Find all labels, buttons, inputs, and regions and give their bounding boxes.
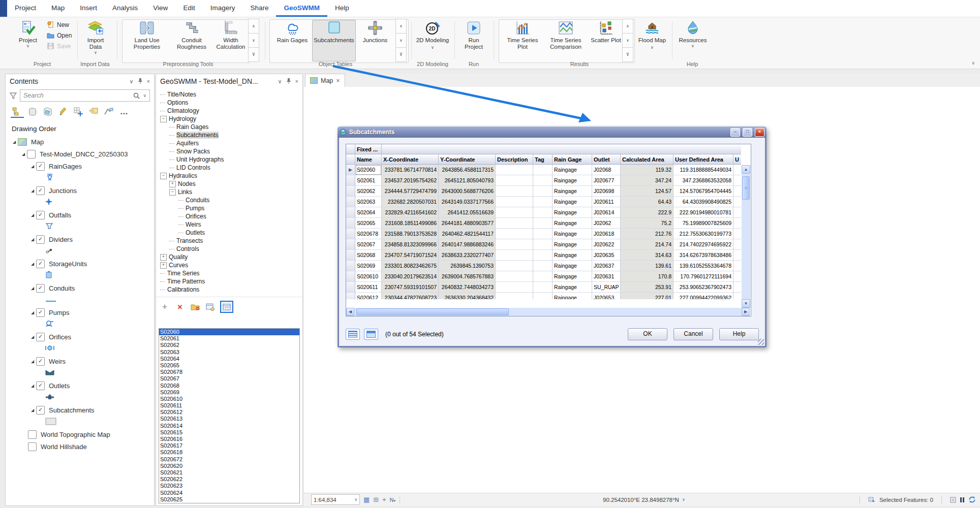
cell[interactable]: [533, 271, 553, 282]
cell[interactable]: 347.2368863532058: [673, 175, 733, 186]
raingage-symbol[interactable]: [45, 174, 54, 183]
delete-object-icon[interactable]: ✕: [174, 302, 186, 312]
cell[interactable]: Raingage: [553, 229, 592, 239]
menu-tab-share[interactable]: Share: [242, 0, 276, 17]
tree-item-weirs[interactable]: ◢✓Weirs: [6, 355, 154, 367]
layer-checkbox[interactable]: ✓: [36, 406, 45, 415]
list-item[interactable]: S020678: [159, 369, 299, 375]
cell[interactable]: 253.91: [621, 282, 673, 293]
list-item[interactable]: S020620: [159, 463, 299, 469]
cell[interactable]: 230344.47827608723: [382, 293, 439, 299]
map-scale-select[interactable]: 1:64,834 ∨: [311, 494, 360, 505]
row-selector-cell[interactable]: [346, 218, 355, 229]
layer-checkbox[interactable]: [28, 430, 37, 439]
cell[interactable]: [533, 282, 553, 293]
cell[interactable]: 234444.57729474799: [382, 186, 439, 197]
expand-icon[interactable]: +: [160, 262, 167, 269]
cell[interactable]: [533, 186, 553, 197]
list-item[interactable]: S02067: [159, 375, 299, 382]
table-row[interactable]: S02061234537.201957542622645121.80504079…: [346, 175, 741, 186]
column-header-calculated-area[interactable]: Calculated Area: [621, 154, 673, 165]
row-selector-cell[interactable]: [346, 239, 355, 250]
cell[interactable]: 233781.96714770814: [382, 165, 439, 175]
cell[interactable]: 139.61: [621, 261, 673, 271]
cell[interactable]: Raingage: [553, 282, 592, 293]
vertical-scrollbar[interactable]: ▲ ▼: [742, 165, 750, 308]
row-selector-cell[interactable]: ▶: [346, 165, 355, 175]
collapse-icon[interactable]: −: [160, 173, 167, 179]
expander-icon[interactable]: ◢: [11, 140, 18, 144]
model-tree-item-subcatchments[interactable]: Subcatchments: [156, 131, 302, 139]
help-button[interactable]: Help: [719, 328, 759, 340]
model-tree-item-hydrology[interactable]: −Hydrology: [156, 115, 302, 123]
row-selector-cell[interactable]: [346, 293, 355, 299]
expander-icon[interactable]: ◢: [29, 188, 36, 193]
cell[interactable]: 119.31888885449034: [673, 165, 733, 175]
cell[interactable]: Raingage: [553, 175, 592, 186]
pin-icon[interactable]: [138, 78, 143, 85]
cell[interactable]: J020622: [592, 239, 621, 250]
table-grid[interactable]: Fixed ...NameX-CoordinateY-CoordinateDes…: [346, 144, 741, 299]
list-item[interactable]: S020611: [159, 402, 299, 409]
cell[interactable]: 231608.18511499086: [382, 218, 439, 229]
outlet-symbol[interactable]: [45, 393, 54, 402]
list-item[interactable]: S020621: [159, 469, 299, 476]
cell[interactable]: S02067: [355, 239, 382, 250]
width-calculation-button[interactable]: Width Calculation: [213, 20, 248, 61]
cell[interactable]: [533, 261, 553, 271]
list-item[interactable]: S02061: [159, 335, 299, 342]
cell[interactable]: J02068: [592, 165, 621, 175]
cancel-button[interactable]: Cancel: [673, 328, 713, 340]
list-item[interactable]: S020614: [159, 423, 299, 429]
junction-symbol[interactable]: [45, 198, 52, 207]
cell[interactable]: 212.75530630199773: [673, 229, 733, 239]
model-tree-item-calibrations[interactable]: Calibrations: [156, 285, 302, 294]
list-item[interactable]: S020672: [159, 456, 299, 463]
row-selector-cell[interactable]: [346, 186, 355, 197]
cell[interactable]: [496, 175, 533, 186]
pause-drawing-icon[interactable]: [960, 497, 964, 502]
cell[interactable]: J020635: [592, 250, 621, 261]
scrollbar-thumb[interactable]: [742, 176, 750, 200]
resources-button[interactable]: Resources∨: [676, 20, 710, 61]
project-button[interactable]: Project∨: [13, 20, 43, 61]
layer-checkbox[interactable]: [28, 442, 37, 451]
pin-icon[interactable]: [286, 78, 291, 85]
scroll-up-icon[interactable]: ∧: [395, 19, 407, 34]
scroll-down-icon[interactable]: ∨: [248, 33, 259, 48]
layer-checkbox[interactable]: ✓: [36, 260, 45, 268]
expand-gallery-icon[interactable]: ⊽: [248, 47, 259, 62]
list-by-selection-icon[interactable]: [41, 106, 54, 118]
column-header-y-coordinate[interactable]: Y-Coordinate: [439, 154, 496, 165]
more-options-icon[interactable]: …: [117, 106, 131, 118]
cell[interactable]: [533, 239, 553, 250]
close-icon[interactable]: ×: [755, 128, 764, 137]
cell[interactable]: 232829.42116541602: [382, 207, 439, 218]
cell[interactable]: J020637: [592, 261, 621, 271]
refresh-icon[interactable]: [968, 496, 976, 503]
tree-item-map[interactable]: ◢Map: [6, 136, 154, 148]
column-header-u[interactable]: U: [733, 154, 741, 165]
cell[interactable]: Raingage: [553, 186, 592, 197]
cell[interactable]: [733, 293, 741, 299]
cell[interactable]: 222.9: [621, 207, 673, 218]
column-header-description[interactable]: Description: [496, 154, 533, 165]
cell[interactable]: 2641412.05516639: [439, 207, 496, 218]
tree-item-dividers[interactable]: ◢✓Dividers: [6, 233, 154, 245]
chevron-down-icon[interactable]: ∨: [278, 78, 282, 85]
cell[interactable]: [533, 250, 553, 261]
model-tree-item-orifices[interactable]: Orifices: [156, 212, 302, 220]
tree-item-world-topographic-map[interactable]: World Topographic Map: [6, 428, 154, 440]
cell[interactable]: 2640462.4821544117: [439, 229, 496, 239]
model-tree-item-options[interactable]: Options: [156, 99, 302, 107]
list-by-editing-icon[interactable]: [56, 106, 70, 118]
orifice-symbol[interactable]: [45, 344, 54, 354]
list-item[interactable]: S020613: [159, 416, 299, 422]
map-tab[interactable]: Map ×: [305, 74, 345, 87]
model-tree-item-snow-packs[interactable]: Snow Packs: [156, 147, 302, 155]
menu-tab-imagery[interactable]: Imagery: [203, 0, 243, 17]
conduit-symbol[interactable]: [45, 296, 56, 305]
cell[interactable]: [533, 293, 553, 299]
cell[interactable]: [533, 197, 553, 207]
row-selector-cell[interactable]: [346, 175, 355, 186]
